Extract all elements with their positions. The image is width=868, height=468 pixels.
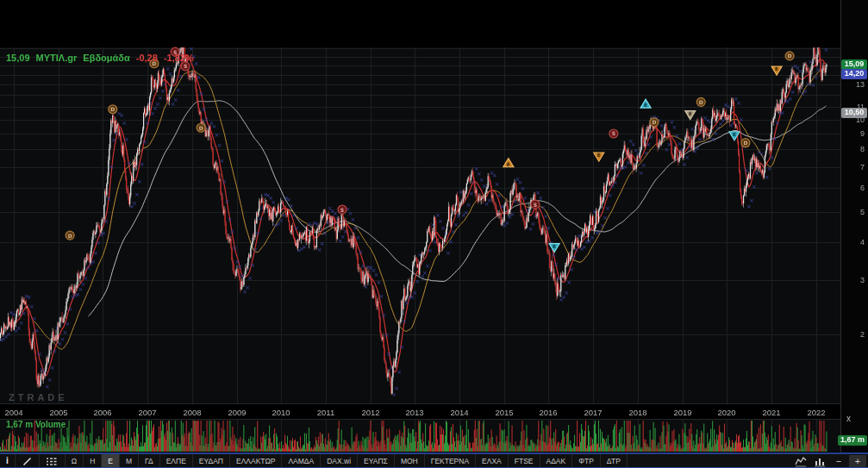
year-tick-label: 2005 <box>46 408 72 417</box>
year-tick-label: 2007 <box>134 408 160 417</box>
volume-indicator-label: 1,67 m Volume <box>6 420 66 429</box>
year-tick-label: 2022 <box>803 408 829 417</box>
year-tick-label: 2020 <box>714 408 740 417</box>
price-tick-label: 8 <box>860 145 865 153</box>
price-tick-label: 2 <box>860 330 865 339</box>
year-tick-label: 2008 <box>179 408 205 417</box>
price-tick-label: 3 <box>860 276 865 284</box>
price-tick-label: 4 <box>860 238 865 246</box>
price-tick-label: 9 <box>860 129 865 138</box>
price-tick-label: 13 <box>856 80 865 89</box>
year-tick-label: 2013 <box>402 408 428 417</box>
last-volume-badge: 1,67 m <box>838 435 867 446</box>
year-tick-label: 2006 <box>90 408 116 417</box>
volume-chart-icon[interactable] <box>811 455 828 467</box>
trading-chart-window: 15,09 MYTIΛ.gr Εβδομάδα -0,28 -1,82% ZTR… <box>0 0 868 468</box>
price-tick-label: 6 <box>860 184 865 192</box>
line-chart-icon[interactable] <box>792 455 809 467</box>
zoom-in-icon[interactable]: + <box>849 455 866 467</box>
price-tick-label: 5 <box>860 208 865 216</box>
legend-last-price: 15,09 <box>6 53 30 63</box>
year-tick-label: 2021 <box>759 408 784 417</box>
year-tick-label: 2010 <box>268 408 294 417</box>
year-tick-label: 2015 <box>491 408 517 417</box>
legend-change-pct: -1,82% <box>164 53 194 63</box>
price-chart-canvas[interactable] <box>0 0 868 454</box>
year-tick-label: 2012 <box>358 408 384 417</box>
zoom-out-icon[interactable]: − <box>830 455 847 467</box>
sar-value-badge: 14,20 <box>841 69 867 79</box>
time-axis[interactable]: 2004200520062007200820092010201120122013… <box>0 405 840 419</box>
year-tick-label: 2014 <box>446 408 472 417</box>
ztrade-watermark: ZTRADE <box>9 392 68 402</box>
year-tick-label: 2009 <box>224 408 250 417</box>
year-tick-label: 2017 <box>580 408 606 417</box>
year-tick-label: 2018 <box>625 408 651 417</box>
year-tick-label: 2019 <box>670 408 696 417</box>
slow-ma-value-badge: 10,50 <box>841 108 867 118</box>
legend-symbol[interactable]: MYTIΛ.gr <box>36 53 78 63</box>
legend-change: -0,28 <box>136 53 158 63</box>
year-tick-label: 2016 <box>535 408 561 417</box>
chart-legend: 15,09 MYTIΛ.gr Εβδομάδα -0,28 -1,82% <box>6 53 197 63</box>
year-tick-label: 2011 <box>313 408 339 417</box>
legend-timeframe: Εβδομάδα <box>83 53 129 63</box>
price-tick-label: 7 <box>860 163 865 172</box>
year-tick-label: 2004 <box>1 408 27 417</box>
